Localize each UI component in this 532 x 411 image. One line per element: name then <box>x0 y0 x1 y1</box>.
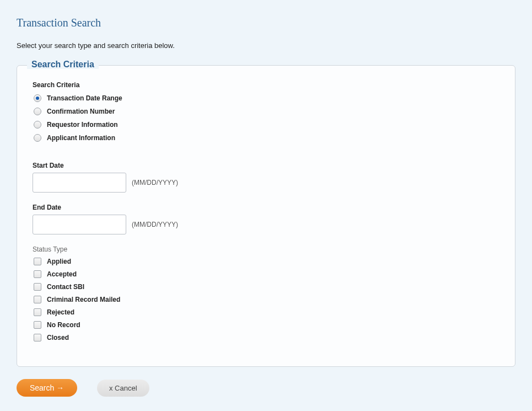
checkbox-rejected[interactable] <box>34 308 41 316</box>
fieldset-legend: Search Criteria <box>27 60 99 69</box>
checkbox-label: Criminal Record Mailed <box>47 296 120 303</box>
checkbox-no-record[interactable] <box>34 321 41 329</box>
end-date-label: End Date <box>33 204 499 211</box>
radio-label: Requestor Information <box>47 121 118 129</box>
radio-transaction-date-range[interactable] <box>34 94 41 102</box>
page-title: Transaction Search <box>17 17 515 29</box>
checkbox-row-rejected: Rejected <box>33 308 499 316</box>
start-date-hint: (MM/DD/YYYY) <box>132 179 178 186</box>
checkbox-label: Closed <box>47 334 69 341</box>
page-subtitle: Select your search type and search crite… <box>17 41 515 50</box>
start-date-group: Start Date (MM/DD/YYYY) <box>33 162 499 193</box>
checkbox-row-accepted: Accepted <box>33 270 499 278</box>
status-type-label: Status Type <box>33 245 499 253</box>
search-button[interactable]: Search → <box>17 379 77 397</box>
radio-row-requestor-information: Requestor Information <box>33 121 499 129</box>
checkbox-row-applied: Applied <box>33 258 499 265</box>
end-date-group: End Date (MM/DD/YYYY) <box>33 204 499 234</box>
button-row: Search → x Cancel <box>17 378 515 397</box>
start-date-input[interactable] <box>33 173 126 193</box>
radio-label: Transaction Date Range <box>47 94 122 102</box>
search-criteria-fieldset: Search Criteria Search Criteria Transact… <box>17 65 515 367</box>
end-date-row: (MM/DD/YYYY) <box>33 215 499 234</box>
checkbox-accepted[interactable] <box>34 270 41 278</box>
checkbox-row-no-record: No Record <box>33 321 499 329</box>
radio-applicant-information[interactable] <box>34 134 41 142</box>
radio-row-confirmation-number: Confirmation Number <box>33 108 499 115</box>
checkbox-criminal-record-mailed[interactable] <box>34 296 41 303</box>
start-date-label: Start Date <box>33 162 499 169</box>
checkbox-contact-sbi[interactable] <box>34 283 41 291</box>
checkbox-row-criminal-record-mailed: Criminal Record Mailed <box>33 296 499 303</box>
checkbox-row-closed: Closed <box>33 334 499 341</box>
cancel-button[interactable]: x Cancel <box>97 380 149 397</box>
end-date-input[interactable] <box>33 215 126 234</box>
radio-label: Applicant Information <box>47 134 115 142</box>
checkbox-applied[interactable] <box>34 258 41 265</box>
checkbox-label: Applied <box>47 258 71 265</box>
checkbox-closed[interactable] <box>34 334 41 341</box>
radio-confirmation-number[interactable] <box>34 108 41 115</box>
end-date-hint: (MM/DD/YYYY) <box>132 221 178 228</box>
radio-row-transaction-date-range: Transaction Date Range <box>33 94 499 102</box>
search-type-radio-group: Transaction Date Range Confirmation Numb… <box>33 94 499 142</box>
radio-requestor-information[interactable] <box>34 121 41 129</box>
radio-row-applicant-information: Applicant Information <box>33 134 499 142</box>
checkbox-row-contact-sbi: Contact SBI <box>33 283 499 291</box>
search-type-label: Search Criteria <box>33 81 499 89</box>
status-section: Status Type Applied Accepted Contact SBI… <box>33 245 499 341</box>
checkbox-label: No Record <box>47 321 80 329</box>
start-date-row: (MM/DD/YYYY) <box>33 173 499 193</box>
checkbox-label: Contact SBI <box>47 283 84 291</box>
checkbox-label: Accepted <box>47 270 77 278</box>
checkbox-label: Rejected <box>47 308 74 316</box>
radio-label: Confirmation Number <box>47 108 115 115</box>
